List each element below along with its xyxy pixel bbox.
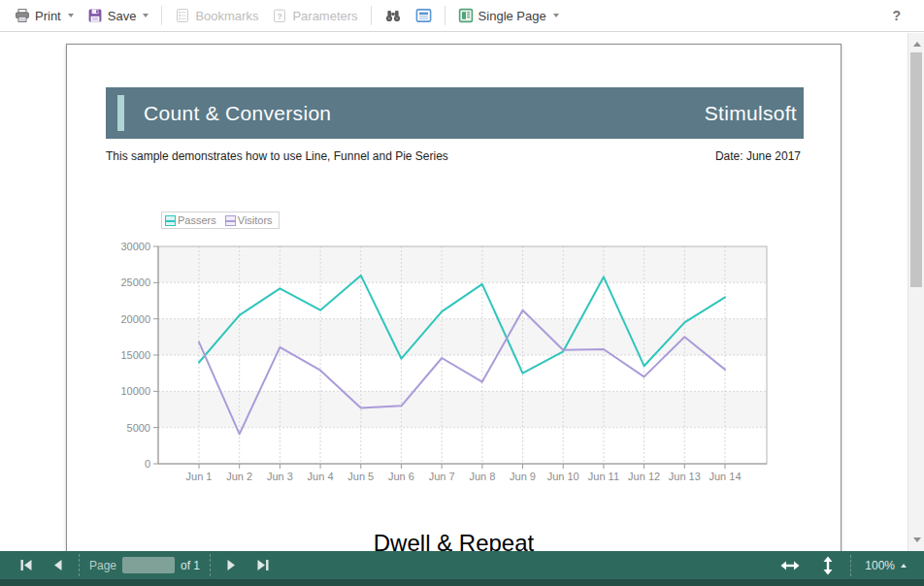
chart-legend: PassersVisitors	[161, 212, 280, 229]
top-toolbar: Print Save	[0, 0, 924, 32]
save-label: Save	[108, 9, 137, 23]
svg-text:Jun 6: Jun 6	[388, 471, 414, 482]
report-viewer-window: Print Save	[0, 0, 924, 586]
printer-icon	[15, 8, 30, 23]
report-subtitle: This sample demonstrates how to use Line…	[106, 149, 448, 163]
page-label: Page	[89, 559, 116, 572]
view-mode-button[interactable]: Single Page	[451, 4, 566, 27]
parameters-button[interactable]: ? Parameters	[265, 4, 364, 27]
vertical-scrollbar[interactable]	[908, 33, 924, 551]
svg-text:15000: 15000	[120, 349, 150, 361]
zoom-controls: 100%	[775, 552, 910, 579]
zoom-dropdown[interactable]: 100%	[861, 555, 910, 576]
report-title: Count & Conversion	[144, 102, 331, 125]
help-button[interactable]: ?	[884, 4, 908, 27]
legend-swatch-icon	[225, 215, 236, 226]
svg-text:Jun 5: Jun 5	[347, 471, 374, 482]
caret-down-icon	[143, 14, 148, 17]
reading-pane-icon	[415, 8, 432, 23]
scroll-down-icon[interactable]	[913, 537, 921, 542]
svg-text:25000: 25000	[120, 277, 150, 288]
svg-text:Jun 7: Jun 7	[429, 471, 455, 482]
caret-down-icon	[553, 14, 559, 17]
statusbar-separator	[79, 554, 80, 576]
svg-text:?: ?	[278, 12, 282, 21]
legend-item-passers: Passers	[165, 214, 216, 226]
print-label: Print	[35, 9, 61, 23]
page-navigation: Page of 1	[89, 557, 200, 573]
bookmarks-page-icon	[175, 8, 190, 23]
svg-text:Jun 1: Jun 1	[186, 471, 213, 482]
svg-text:Jun 4: Jun 4	[308, 471, 334, 482]
save-button[interactable]: Save	[81, 4, 156, 27]
last-page-button[interactable]	[250, 555, 276, 575]
find-button[interactable]	[378, 4, 409, 27]
clipboard-question-icon: ?	[272, 8, 287, 23]
svg-text:10000: 10000	[120, 385, 150, 397]
next-page-button[interactable]	[220, 555, 243, 575]
parameters-label: Parameters	[292, 9, 357, 23]
next-section-title: Dwell & Repeat	[67, 530, 841, 551]
scroll-up-icon[interactable]	[913, 42, 921, 47]
fit-height-icon	[821, 556, 835, 575]
toolbar-separator	[371, 6, 372, 25]
svg-text:Jun 9: Jun 9	[510, 471, 536, 482]
svg-text:Jun 8: Jun 8	[469, 471, 495, 482]
svg-text:Jun 12: Jun 12	[628, 471, 660, 482]
line-chart: 050001000015000200002500030000Jun 1Jun 2…	[116, 239, 785, 493]
svg-text:30000: 30000	[120, 241, 150, 252]
legend-label: Passers	[178, 214, 216, 226]
bookmarks-label: Bookmarks	[195, 9, 258, 23]
view-mode-label: Single Page	[478, 9, 546, 23]
page-number-input[interactable]	[122, 557, 175, 573]
statusbar-separator	[850, 555, 851, 576]
report-page: Count & Conversion Stimulsoft This sampl…	[66, 44, 842, 551]
next-page-icon	[226, 559, 237, 571]
svg-text:Jun 11: Jun 11	[588, 471, 619, 482]
binoculars-icon	[384, 8, 402, 23]
legend-label: Visitors	[238, 214, 273, 226]
previous-page-button[interactable]	[47, 555, 69, 575]
bookmarks-button[interactable]: Bookmarks	[168, 4, 265, 27]
first-page-icon	[19, 559, 33, 571]
svg-text:Jun 3: Jun 3	[267, 471, 293, 482]
print-button[interactable]: Print	[8, 4, 81, 27]
brand-name: Stimulsoft	[705, 102, 797, 125]
svg-text:Jun 10: Jun 10	[547, 471, 579, 482]
report-date: Date: June 2017	[715, 149, 801, 163]
fit-width-button[interactable]	[775, 555, 806, 576]
report-subtitle-row: This sample demonstrates how to use Line…	[106, 149, 801, 163]
svg-text:Jun 13: Jun 13	[669, 471, 701, 482]
page-count-label: of 1	[181, 559, 200, 572]
reading-pane-button[interactable]	[409, 4, 439, 27]
zoom-value: 100%	[865, 559, 895, 572]
svg-text:5000: 5000	[127, 422, 150, 434]
floppy-disk-icon	[87, 8, 103, 23]
previous-page-icon	[52, 559, 63, 571]
svg-text:Jun 2: Jun 2	[226, 471, 252, 482]
svg-text:20000: 20000	[120, 313, 150, 325]
statusbar-separator	[210, 554, 211, 576]
caret-down-icon	[68, 14, 74, 17]
fit-height-button[interactable]	[815, 552, 841, 579]
report-header-band: Count & Conversion Stimulsoft	[106, 87, 804, 139]
bottom-toolbar: Page of 1 100%	[0, 551, 924, 586]
svg-text:0: 0	[145, 458, 150, 470]
scrollbar-thumb[interactable]	[910, 52, 922, 287]
legend-swatch-icon	[165, 215, 176, 226]
first-page-button[interactable]	[14, 555, 39, 575]
toolbar-separator	[445, 6, 446, 25]
svg-text:Jun 14: Jun 14	[709, 471, 741, 482]
single-page-icon	[458, 8, 474, 23]
legend-item-visitors: Visitors	[225, 214, 273, 226]
header-accent-bar	[117, 95, 124, 131]
caret-up-icon	[901, 564, 907, 568]
fit-width-icon	[780, 559, 800, 572]
viewer-area: Count & Conversion Stimulsoft This sampl…	[0, 33, 924, 551]
last-page-icon	[256, 559, 270, 571]
toolbar-separator	[161, 6, 162, 25]
